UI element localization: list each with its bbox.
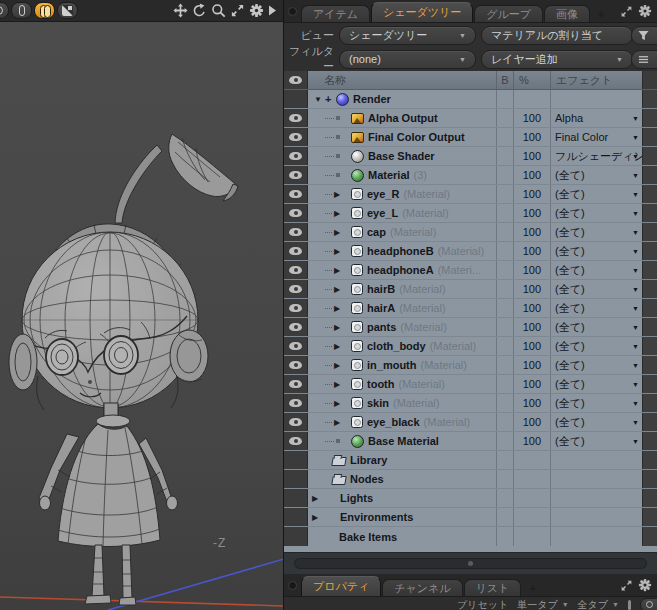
eye-icon[interactable] xyxy=(289,304,302,312)
scrollbar[interactable] xyxy=(642,280,657,298)
visibility-cell[interactable] xyxy=(284,109,308,127)
zoom-icon[interactable] xyxy=(211,3,226,18)
effect-dropdown[interactable]: (全て)▼ xyxy=(550,375,642,393)
effect-dropdown[interactable]: (全て)▼ xyxy=(550,242,642,260)
expand-arrow-icon[interactable] xyxy=(325,247,351,256)
visibility-cell[interactable] xyxy=(284,261,308,279)
effect-dropdown[interactable]: (全て)▼ xyxy=(550,337,642,355)
filter-dropdown[interactable]: (none)▼ xyxy=(339,50,476,69)
eye-icon[interactable] xyxy=(289,247,302,255)
table-row[interactable]: pants(Material) 100 (全て)▼ xyxy=(284,318,657,337)
visibility-cell[interactable] xyxy=(284,147,308,165)
scrollbar[interactable] xyxy=(642,470,657,488)
eye-icon[interactable] xyxy=(289,152,302,160)
3d-viewport[interactable]: -Z xyxy=(0,0,284,610)
table-row[interactable]: Base Material 100 (全て)▼ xyxy=(284,432,657,451)
percent-value[interactable]: 100 xyxy=(513,166,550,184)
effect-dropdown[interactable]: (全て)▼ xyxy=(550,166,642,184)
percent-value[interactable]: 100 xyxy=(513,337,550,355)
percent-value[interactable]: 100 xyxy=(513,356,550,374)
plus-icon[interactable]: + xyxy=(325,93,336,105)
table-row[interactable]: Library xyxy=(284,451,657,470)
thumb-knob-icon[interactable] xyxy=(288,581,297,590)
scrollbar[interactable] xyxy=(642,508,657,526)
filter-funnel-button[interactable] xyxy=(631,26,657,45)
maximize-icon[interactable] xyxy=(620,5,633,18)
expand-arrow-icon[interactable] xyxy=(325,285,351,294)
visibility-cell[interactable] xyxy=(284,451,308,469)
percent-column-header[interactable]: % xyxy=(513,71,550,89)
eye-icon[interactable] xyxy=(289,342,302,350)
expand-arrow-icon[interactable] xyxy=(325,209,351,218)
expand-arrow-icon[interactable] xyxy=(325,304,351,313)
expand-arrow-icon[interactable] xyxy=(325,380,351,389)
scrollbar[interactable] xyxy=(642,375,657,393)
add-tab-button[interactable]: + xyxy=(522,579,536,596)
table-row[interactable]: skin(Material) 100 (全て)▼ xyxy=(284,394,657,413)
all-tabs-dropdown[interactable]: 全タブ xyxy=(578,598,608,610)
effect-column-header[interactable]: エフェクト xyxy=(550,71,642,89)
horizontal-scrollbar[interactable] xyxy=(284,552,657,574)
scrollbar[interactable] xyxy=(642,147,657,165)
expand-arrow-icon[interactable] xyxy=(325,418,351,427)
maximize-icon[interactable] xyxy=(620,579,633,592)
presets-button[interactable] xyxy=(640,598,657,610)
expand-arrow-icon[interactable]: ▶ xyxy=(312,513,324,522)
table-row[interactable]: eye_L(Material) 100 (全て)▼ xyxy=(284,204,657,223)
percent-value[interactable]: 100 xyxy=(513,413,550,431)
effect-dropdown[interactable]: (全て)▼ xyxy=(550,185,642,203)
ghost-view-button[interactable] xyxy=(0,2,9,19)
tab-channels[interactable]: チャンネル xyxy=(382,579,462,596)
effect-dropdown[interactable]: Final Color▼ xyxy=(550,128,642,146)
eye-icon[interactable] xyxy=(289,133,302,141)
effect-dropdown[interactable]: Alpha▼ xyxy=(550,109,642,127)
percent-value[interactable]: 100 xyxy=(513,128,550,146)
table-row[interactable]: ▶Lights xyxy=(284,489,657,508)
expand-arrow-icon[interactable] xyxy=(325,266,351,275)
scrollbar[interactable] xyxy=(642,432,657,450)
table-row[interactable]: headphoneB(Material) 100 (全て)▼ xyxy=(284,242,657,261)
collapse-arrow-icon[interactable]: ▼ xyxy=(314,95,325,104)
expand-arrow-icon[interactable]: ▶ xyxy=(312,494,324,503)
scrollbar[interactable] xyxy=(642,204,657,222)
expand-arrow-icon[interactable] xyxy=(325,323,351,332)
symmetry-button[interactable] xyxy=(34,2,55,19)
scrollbar[interactable] xyxy=(642,109,657,127)
expand-arrow-icon[interactable] xyxy=(325,399,351,408)
table-row[interactable]: hairB(Material) 100 (全て)▼ xyxy=(284,280,657,299)
table-row[interactable]: Bake Items xyxy=(284,527,657,546)
list-options-button[interactable] xyxy=(631,50,657,69)
name-column-header[interactable]: 名称 xyxy=(308,71,496,89)
scrollbar[interactable] xyxy=(642,185,657,203)
effect-dropdown[interactable]: (全て)▼ xyxy=(550,204,642,222)
tab-shader-tree[interactable]: シェーダツリー xyxy=(371,2,473,22)
percent-value[interactable]: 100 xyxy=(513,185,550,203)
percent-value[interactable]: 100 xyxy=(513,242,550,260)
visibility-cell[interactable] xyxy=(284,128,308,146)
percent-value[interactable]: 100 xyxy=(513,280,550,298)
visibility-cell[interactable] xyxy=(284,337,308,355)
percent-value[interactable]: 100 xyxy=(513,204,550,222)
visibility-cell[interactable] xyxy=(284,299,308,317)
visibility-column-header[interactable] xyxy=(284,71,308,89)
table-row[interactable]: cap(Material) 100 (全て)▼ xyxy=(284,223,657,242)
scrollbar[interactable] xyxy=(642,128,657,146)
visibility-cell[interactable] xyxy=(284,185,308,203)
eye-icon[interactable] xyxy=(289,171,302,179)
move-icon[interactable] xyxy=(173,3,188,18)
effect-dropdown[interactable]: (全て)▼ xyxy=(550,318,642,336)
eye-icon[interactable] xyxy=(289,361,302,369)
visibility-cell[interactable] xyxy=(284,223,308,241)
shaded-view-button[interactable] xyxy=(57,2,78,19)
scrollbar[interactable] xyxy=(642,318,657,336)
eye-icon[interactable] xyxy=(289,266,302,274)
percent-value[interactable]: 100 xyxy=(513,261,550,279)
scrollbar[interactable] xyxy=(642,223,657,241)
table-row[interactable]: hairA(Material) 100 (全て)▼ xyxy=(284,299,657,318)
scroll-thumb[interactable] xyxy=(468,561,473,566)
add-layer-dropdown[interactable]: レイヤー追加▼ xyxy=(481,50,633,69)
tab-properties[interactable]: プロパティ xyxy=(301,576,381,596)
tab-items[interactable]: アイテム xyxy=(301,5,370,22)
table-row[interactable]: cloth_body(Material) 100 (全て)▼ xyxy=(284,337,657,356)
table-row[interactable]: Nodes xyxy=(284,470,657,489)
